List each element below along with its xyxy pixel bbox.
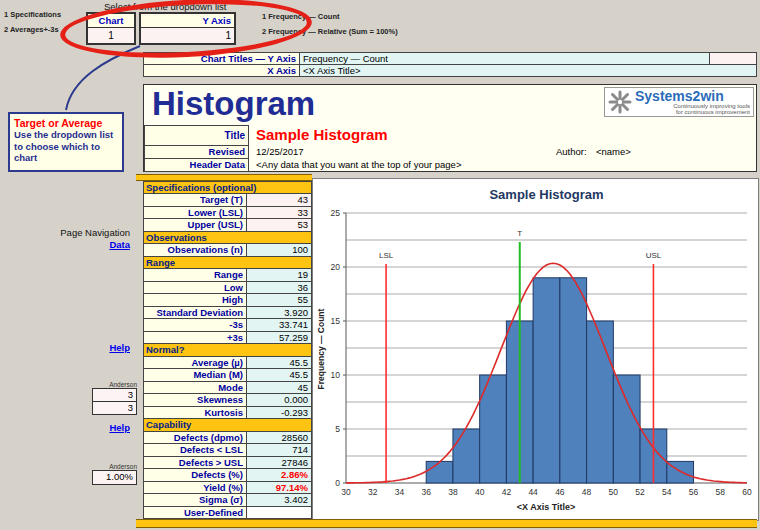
stats-row-label: High: [144, 294, 247, 305]
stats-row-label: Defects > USL: [144, 457, 247, 468]
svg-text:10: 10: [331, 370, 341, 380]
stats-row-label: Mode: [144, 382, 247, 393]
stats-row-label: Sigma (σ): [144, 494, 247, 505]
stats-row-value[interactable]: [247, 507, 311, 518]
stats-data-row: Kurtosis-0.293: [144, 407, 311, 419]
stats-row-label: Average (µ): [144, 357, 247, 368]
stats-section-header: Normal?: [144, 344, 311, 355]
stats-section-header-row: Specifications (optional): [144, 182, 311, 194]
author-label: Author:: [556, 146, 587, 157]
dropdown-hint-text: Select from the dropdown list: [104, 1, 227, 12]
revised-value[interactable]: 12/25/2017: [256, 146, 304, 157]
author-value[interactable]: <name>: [596, 146, 631, 157]
svg-text:0: 0: [335, 478, 340, 488]
stats-row-label: Skewness: [144, 394, 247, 405]
help-link-capability[interactable]: Help: [98, 422, 130, 433]
stats-row-value: 45: [247, 382, 311, 393]
stats-data-row: Yield (%)97.14%: [144, 482, 311, 494]
stats-data-row: Observations (n)100: [144, 244, 311, 256]
svg-text:T: T: [517, 229, 522, 238]
option-label-frequency-relative: 2 Frequency — Relative (Sum = 100%): [262, 27, 398, 36]
systems2win-logo-icon: [608, 90, 632, 114]
stats-data-row: Target (T)43: [144, 194, 311, 206]
data-link[interactable]: Data: [60, 239, 130, 250]
stats-row-value: 45.5: [247, 357, 311, 368]
stats-row-value: 28560: [247, 432, 311, 443]
option-label-averages: 2 Averages+-3s: [4, 25, 59, 34]
stats-row-label: User-Defined: [144, 507, 247, 518]
alpha-input[interactable]: 1.00%: [92, 470, 137, 485]
svg-text:<X Axis Title>: <X Axis Title>: [517, 502, 576, 512]
svg-text:50: 50: [609, 487, 619, 497]
stats-row-value: 45.5: [247, 369, 311, 380]
svg-text:5: 5: [335, 424, 340, 434]
stats-row-value: 27846: [247, 457, 311, 468]
stats-row-label: Range: [144, 269, 247, 280]
stats-row-label: Median (M): [144, 369, 247, 380]
title-row-label: Title: [144, 125, 249, 146]
stats-section-header-row: Range: [144, 257, 311, 269]
svg-text:15: 15: [331, 316, 341, 326]
stats-row-value[interactable]: 43: [247, 194, 311, 205]
stats-row-value[interactable]: 53: [247, 219, 311, 230]
gold-divider-bottom: [136, 519, 757, 528]
svg-text:40: 40: [475, 487, 485, 497]
stats-row-label: Kurtosis: [144, 407, 247, 418]
svg-text:34: 34: [395, 487, 405, 497]
spreadsheet-screen: Select from the dropdown list 1 Specific…: [0, 0, 760, 530]
stats-row-value: 2.86%: [247, 469, 311, 480]
svg-text:Sample Histogram: Sample Histogram: [489, 187, 603, 202]
stats-section-header-row: Normal?: [144, 344, 311, 356]
svg-text:46: 46: [555, 487, 565, 497]
chart-titles-xaxis-value[interactable]: <X Axis Title>: [299, 64, 757, 77]
stats-data-row: Sigma (σ)3.402: [144, 494, 311, 506]
stats-row-value: 3.402: [247, 494, 311, 505]
gold-divider-top: [136, 174, 312, 181]
stats-data-row: Upper (USL)53: [144, 219, 311, 231]
stats-row-value: 3.920: [247, 307, 311, 318]
stats-row-label: +3s: [144, 332, 247, 343]
help-link-normal[interactable]: Help: [98, 342, 130, 353]
logo-tagline-2: for continuous improvement: [676, 109, 750, 116]
svg-text:32: 32: [368, 487, 378, 497]
svg-text:LSL: LSL: [379, 251, 394, 260]
svg-text:20: 20: [331, 262, 341, 272]
chart-dropdown-value[interactable]: 1: [88, 28, 134, 43]
stats-row-value: 55: [247, 294, 311, 305]
target-or-average-note: Target or Average Use the dropdown list …: [8, 112, 124, 172]
stats-section-header: Observations: [144, 232, 311, 243]
svg-text:30: 30: [341, 487, 351, 497]
header-data-value[interactable]: <Any data that you want at the top of yo…: [256, 159, 461, 170]
stats-row-label: Upper (USL): [144, 219, 247, 230]
stats-row-value: 57.259: [247, 332, 311, 343]
stats-section-header: Range: [144, 257, 311, 268]
stats-data-row: Skewness0.000: [144, 394, 311, 406]
svg-text:54: 54: [662, 487, 672, 497]
stats-row-value[interactable]: 33: [247, 207, 311, 218]
stats-section-header: Capability: [144, 419, 311, 430]
chart-dropdown-label: Chart: [88, 14, 134, 28]
stats-row-value: 33.741: [247, 319, 311, 330]
histogram-chart: 0510152025303234363840424446485052545658…: [312, 178, 759, 521]
option-label-specifications: 1 Specifications: [4, 10, 61, 19]
stats-section-header-row: Observations: [144, 232, 311, 244]
kurtosis-limit-input[interactable]: 3: [92, 401, 137, 415]
svg-text:42: 42: [502, 487, 512, 497]
yaxis-dropdown-value[interactable]: 1: [141, 28, 234, 43]
svg-text:36: 36: [421, 487, 431, 497]
stats-data-row: Lower (LSL)33: [144, 207, 311, 219]
stats-data-row: Defects (%)2.86%: [144, 469, 311, 481]
stats-row-value: 97.14%: [247, 482, 311, 493]
stats-data-row: User-Defined: [144, 507, 311, 519]
stats-row-label: Target (T): [144, 194, 247, 205]
stats-row-value: 0.000: [247, 394, 311, 405]
svg-text:52: 52: [635, 487, 645, 497]
stats-data-row: Mode45: [144, 382, 311, 394]
skewness-limit-input[interactable]: 3: [92, 388, 137, 402]
stats-row-label: Observations (n): [144, 244, 247, 255]
stats-row-value: 19: [247, 269, 311, 280]
stats-row-value: 36: [247, 282, 311, 293]
svg-text:48: 48: [582, 487, 592, 497]
yaxis-dropdown-group: Y Axis 1: [139, 12, 236, 45]
title-value[interactable]: Sample Histogram: [256, 126, 388, 143]
